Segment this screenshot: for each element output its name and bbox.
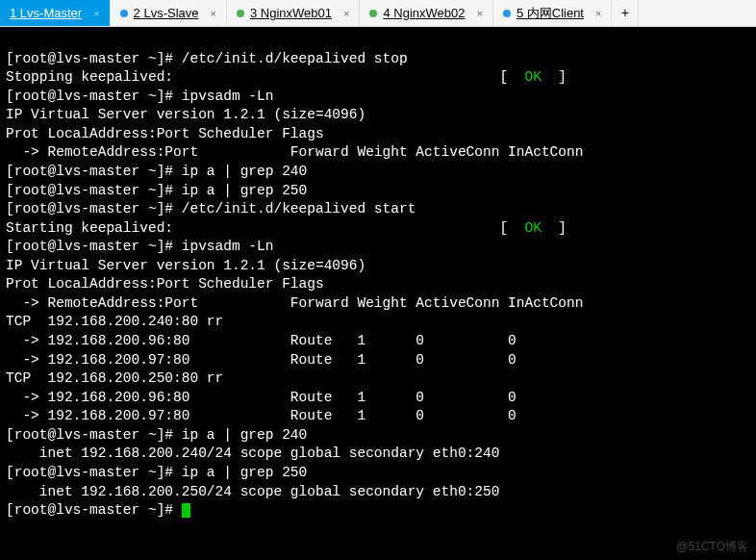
terminal[interactable]: [root@lvs-master ~]# /etc/init.d/keepali… — [0, 27, 756, 560]
term-line: TCP 192.168.200.240:80 rr — [6, 314, 223, 329]
tab-label: 1 Lvs-Master — [10, 6, 82, 20]
term-line: IP Virtual Server version 1.2.1 (size=40… — [6, 107, 365, 122]
cursor-icon — [182, 503, 190, 518]
term-line: Starting keepalived: [ OK ] — [6, 220, 567, 236]
tab-nginxweb02[interactable]: 4 NginxWeb02 × — [360, 0, 492, 26]
close-icon[interactable]: × — [476, 8, 482, 19]
tab-lvs-master[interactable]: 1 Lvs-Master × — [0, 0, 111, 26]
close-icon[interactable]: × — [343, 8, 349, 19]
status-dot-icon — [237, 10, 244, 17]
term-line: [root@lvs-master ~]# ipvsadm -Ln — [6, 89, 273, 104]
term-line: inet 192.168.200.250/24 scope global sec… — [6, 484, 499, 499]
term-line: -> 192.168.200.96:80 Route 1 0 0 — [6, 390, 592, 405]
term-line: Prot LocalAddress:Port Scheduler Flags — [6, 276, 324, 292]
term-line: [root@lvs-master ~]# ip a | grep 240 — [6, 427, 307, 443]
term-line: inet 192.168.200.240/24 scope global sec… — [6, 445, 499, 461]
term-line: [root@lvs-master ~]# /etc/init.d/keepali… — [6, 51, 408, 66]
term-line: -> RemoteAddress:Port Forward Weight Act… — [6, 144, 583, 160]
term-line: [root@lvs-master ~]# ip a | grep 250 — [6, 183, 307, 198]
tab-internal-client[interactable]: 5 内网Client × — [493, 0, 613, 26]
tab-label: 5 内网Client — [517, 5, 584, 22]
close-icon[interactable]: × — [211, 8, 216, 19]
term-line: Prot LocalAddress:Port Scheduler Flags — [6, 126, 324, 141]
term-line: -> 192.168.200.97:80 Route 1 0 0 — [6, 352, 592, 368]
tab-lvs-slave[interactable]: 2 Lvs-Slave × — [111, 0, 227, 26]
term-line: [root@lvs-master ~]# ip a | grep 250 — [6, 465, 307, 480]
tab-nginxweb01[interactable]: 3 NginxWeb01 × — [227, 0, 360, 26]
term-line: -> 192.168.200.97:80 Route 1 0 0 — [6, 408, 592, 423]
status-ok: OK — [525, 220, 542, 236]
status-dot-icon — [120, 10, 128, 17]
status-dot-icon — [503, 10, 511, 17]
term-line: -> RemoteAddress:Port Forward Weight Act… — [6, 295, 583, 311]
term-line: [root@lvs-master ~]# ipvsadm -Ln — [6, 239, 273, 254]
term-line: -> 192.168.200.96:80 Route 1 0 0 — [6, 333, 592, 348]
tab-label: 4 NginxWeb02 — [383, 6, 465, 20]
status-ok: OK — [525, 69, 542, 85]
term-line: [root@lvs-master ~]# ip a | grep 240 — [6, 164, 307, 179]
close-icon[interactable]: × — [93, 8, 99, 19]
tab-label: 3 NginxWeb01 — [250, 6, 332, 20]
term-line: [root@lvs-master ~]# — [6, 502, 190, 518]
watermark: @51CTO博客 — [676, 539, 748, 554]
tab-bar: 1 Lvs-Master × 2 Lvs-Slave × 3 NginxWeb0… — [0, 0, 756, 27]
add-tab-button[interactable]: + — [612, 0, 639, 26]
close-icon[interactable]: × — [595, 8, 601, 19]
term-line: Stopping keepalived: [ OK ] — [6, 69, 567, 85]
term-line: IP Virtual Server version 1.2.1 (size=40… — [6, 258, 365, 273]
tab-label: 2 Lvs-Slave — [134, 6, 199, 20]
status-dot-icon — [369, 10, 377, 17]
term-line: TCP 192.168.200.250:80 rr — [6, 370, 223, 386]
term-line: [root@lvs-master ~]# /etc/init.d/keepali… — [6, 201, 416, 216]
